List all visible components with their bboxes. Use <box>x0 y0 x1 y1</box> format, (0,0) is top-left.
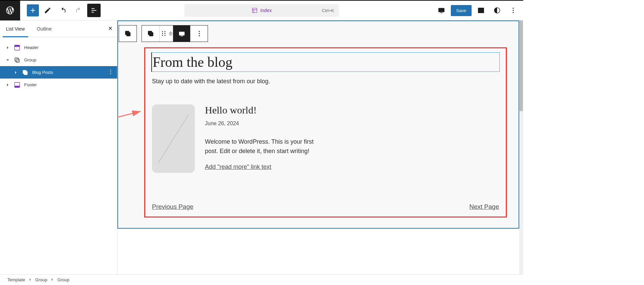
scrollbar[interactable] <box>519 20 523 274</box>
tree-item-label: Group <box>24 57 36 62</box>
svg-rect-12 <box>15 45 20 47</box>
redo-button[interactable] <box>72 4 85 17</box>
tools-button[interactable] <box>41 4 54 17</box>
close-panel-button[interactable] <box>108 26 113 32</box>
svg-rect-23 <box>126 32 130 36</box>
featured-image-placeholder[interactable] <box>152 104 195 173</box>
move-handles[interactable] <box>169 31 173 36</box>
styles-button[interactable] <box>490 4 504 17</box>
next-page-link[interactable]: Next Page <box>469 203 499 210</box>
annotation-highlight-box: From the blog Stay up to date with the l… <box>144 47 507 218</box>
settings-sidebar-button[interactable] <box>474 4 488 17</box>
svg-point-17 <box>110 69 111 70</box>
svg-point-28 <box>162 35 163 36</box>
read-more-link[interactable]: Add "read more" link text <box>205 163 271 171</box>
subtitle-text[interactable]: Stay up to date with the latest from our… <box>152 78 506 85</box>
svg-rect-14 <box>16 59 19 62</box>
template-selector[interactable]: Index Ctrl+K <box>184 4 339 17</box>
prev-page-link[interactable]: Previous Page <box>152 203 194 210</box>
annotation-arrow <box>117 109 147 132</box>
tree-item-label: Header <box>24 45 39 50</box>
group-block-icon <box>13 56 21 64</box>
svg-rect-25 <box>149 32 153 36</box>
svg-point-10 <box>513 12 514 13</box>
tree-item-label: Footer <box>24 82 37 87</box>
header-block-icon <box>13 44 21 51</box>
tab-list-view[interactable]: List View <box>0 20 31 37</box>
tree-item-header[interactable]: Header <box>0 41 117 54</box>
svg-rect-3 <box>439 8 444 12</box>
tree-item-group[interactable]: Group <box>0 54 117 66</box>
template-name: Index <box>260 8 272 13</box>
svg-point-18 <box>110 72 111 73</box>
tree-item-options-button[interactable] <box>108 69 114 76</box>
align-button[interactable] <box>173 26 190 42</box>
list-view-panel: List View Outline Header Group <box>0 20 117 274</box>
pagination: Previous Page Next Page <box>152 203 499 210</box>
svg-point-27 <box>162 33 163 34</box>
chevron-right-icon <box>13 71 18 74</box>
block-type-button[interactable] <box>142 26 159 42</box>
post-title[interactable]: Hello world! <box>205 104 316 116</box>
block-options-button[interactable] <box>190 26 208 42</box>
selected-group-block[interactable]: From the blog Stay up to date with the l… <box>117 20 519 229</box>
post-item: Hello world! June 26, 2024 Welcome to Wo… <box>152 104 506 173</box>
chevron-right-icon <box>29 277 32 282</box>
wordpress-logo[interactable] <box>0 1 20 20</box>
group-block-icon <box>21 69 29 76</box>
breadcrumb-item[interactable]: Group <box>57 277 69 282</box>
svg-point-35 <box>199 33 200 34</box>
chevron-right-icon <box>5 46 10 49</box>
heading-block[interactable]: From the blog <box>151 52 500 72</box>
breadcrumb-item[interactable]: Template <box>7 277 25 282</box>
undo-button[interactable] <box>56 4 70 17</box>
svg-rect-16 <box>24 71 28 75</box>
view-button[interactable] <box>435 4 448 17</box>
svg-rect-0 <box>252 8 257 13</box>
svg-point-19 <box>110 73 111 74</box>
shortcut-hint: Ctrl+K <box>322 8 334 13</box>
top-toolbar: Index Ctrl+K Save <box>0 1 523 20</box>
svg-rect-13 <box>15 58 18 61</box>
save-button[interactable]: Save <box>451 5 472 16</box>
block-breadcrumb: Template Group Group <box>0 274 523 285</box>
svg-rect-32 <box>179 32 184 36</box>
breadcrumb-item[interactable]: Group <box>35 277 47 282</box>
chevron-down-icon <box>5 58 10 62</box>
chevron-right-icon <box>5 83 10 87</box>
document-overview-button[interactable] <box>87 4 101 17</box>
svg-point-30 <box>164 33 165 34</box>
template-icon <box>252 7 258 13</box>
post-excerpt[interactable]: Welcome to WordPress. This is your first… <box>205 137 316 156</box>
options-button[interactable] <box>506 4 520 17</box>
svg-point-8 <box>513 8 514 9</box>
footer-block-icon <box>13 81 21 89</box>
svg-point-34 <box>199 31 200 32</box>
tree-item-blog-posts[interactable]: Blog Posts <box>0 66 117 79</box>
svg-point-36 <box>199 35 200 36</box>
add-block-button[interactable] <box>27 4 39 16</box>
svg-point-31 <box>164 35 165 36</box>
editor-canvas[interactable]: From the blog Stay up to date with the l… <box>117 20 523 274</box>
svg-line-37 <box>117 111 140 129</box>
scrollbar-thumb[interactable] <box>520 20 523 111</box>
svg-point-9 <box>513 10 514 11</box>
chevron-right-icon <box>51 277 54 282</box>
parent-block-button[interactable] <box>119 26 137 42</box>
drag-handle[interactable] <box>159 26 173 42</box>
svg-point-26 <box>162 31 163 32</box>
tree-item-footer[interactable]: Footer <box>0 79 117 91</box>
svg-rect-5 <box>478 8 484 13</box>
svg-rect-21 <box>15 86 20 87</box>
post-date[interactable]: June 26, 2024 <box>205 121 316 127</box>
block-tree: Header Group Blog Posts Footer <box>0 37 117 91</box>
svg-point-29 <box>164 31 165 32</box>
block-toolbar <box>119 25 208 42</box>
tab-outline[interactable]: Outline <box>31 20 58 37</box>
tree-item-label: Blog Posts <box>32 70 53 75</box>
